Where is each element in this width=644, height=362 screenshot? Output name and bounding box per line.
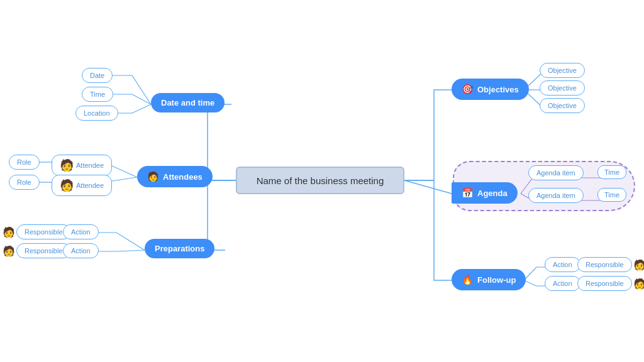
leaf-agenda-time2-label: Time [604, 191, 619, 199]
center-node-label: Name of the business meeting [257, 175, 384, 186]
attendees-icon: 🧑 [147, 171, 159, 182]
leaf-time-label: Time [90, 90, 105, 98]
branch-followup-label: Follow-up [477, 275, 516, 285]
leaf-obj3: Objective [540, 98, 585, 113]
leaf-resp2-wrapper: 🧑 Responsible [3, 243, 71, 258]
leaf-role1: Role [9, 155, 40, 170]
branch-objectives-label: Objectives [477, 85, 519, 94]
leaf-agenda-item1-label: Agenda item [536, 169, 575, 177]
leaf-agenda-item2-label: Agenda item [536, 192, 575, 199]
leaf-action2-label: Action [71, 247, 91, 255]
leaf-agenda-time1: Time [597, 165, 626, 179]
branch-agenda[interactable]: 📅 Agenda [452, 182, 518, 204]
leaf-action1-label: Action [71, 228, 91, 236]
leaf-action2: Action [63, 243, 99, 258]
leaf-fu-resp1: Responsible [577, 257, 632, 272]
leaf-location: Location [75, 106, 118, 121]
leaf-date: Date [82, 68, 113, 83]
leaf-location-label: Location [84, 109, 110, 117]
leaf-fu-resp2: Responsible [577, 276, 632, 291]
leaf-obj2-label: Objective [548, 84, 577, 92]
person1-icon: 🧑 [60, 158, 74, 172]
person6-icon: 🧑 [633, 278, 644, 290]
agenda-icon: 📅 [462, 187, 474, 199]
leaf-role2: Role [9, 175, 40, 190]
leaf-agenda-time1-label: Time [604, 168, 619, 176]
branch-date-time[interactable]: Date and time [151, 93, 225, 112]
leaf-obj2: Objective [540, 80, 585, 96]
leaf-agenda-item1: Agenda item [528, 165, 584, 180]
branch-agenda-label: Agenda [477, 189, 508, 198]
leaf-fu-action2: Action [545, 276, 580, 291]
leaf-attendee2: 🧑 Attendee [52, 175, 112, 196]
leaf-resp1-label: Responsible [25, 228, 63, 236]
branch-date-time-label: Date and time [161, 98, 214, 107]
leaf-fu-action2-label: Action [553, 280, 572, 287]
leaf-time: Time [82, 87, 113, 102]
leaf-role2-label: Role [17, 178, 31, 186]
branch-preparations-label: Preparations [155, 244, 204, 253]
leaf-obj3-label: Objective [548, 102, 577, 109]
leaf-obj1: Objective [540, 63, 585, 78]
leaf-date-label: Date [90, 72, 104, 79]
leaf-attendee1: 🧑 Attendee [52, 155, 112, 176]
objectives-icon: 🎯 [462, 84, 474, 95]
branch-attendees-label: Attendees [163, 172, 203, 182]
branch-attendees[interactable]: 🧑 Attendees [137, 166, 213, 187]
leaf-attendee1-label: Attendee [76, 162, 104, 169]
leaf-fu-resp2-wrapper: Responsible 🧑 [577, 276, 644, 291]
leaf-attendee2-label: Attendee [76, 182, 104, 189]
leaf-fu-resp1-label: Responsible [586, 261, 624, 268]
branch-followup[interactable]: 🔥 Follow-up [452, 269, 526, 290]
branch-preparations[interactable]: Preparations [145, 239, 214, 258]
person2-icon: 🧑 [60, 178, 74, 192]
person4-icon: 🧑 [3, 245, 15, 257]
person3-icon: 🧑 [3, 226, 15, 238]
leaf-fu-action1-label: Action [553, 261, 572, 268]
branch-objectives[interactable]: 🎯 Objectives [452, 79, 529, 100]
leaf-fu-action1: Action [545, 257, 580, 272]
leaf-obj1-label: Objective [548, 67, 577, 74]
leaf-role1-label: Role [17, 158, 31, 166]
center-node: Name of the business meeting [236, 167, 404, 194]
leaf-agenda-time2: Time [597, 188, 626, 202]
leaf-fu-resp2-label: Responsible [586, 280, 624, 287]
leaf-resp2-label: Responsible [25, 247, 63, 255]
followup-icon: 🔥 [462, 274, 474, 285]
leaf-action1: Action [63, 224, 99, 239]
leaf-agenda-item2: Agenda item [528, 188, 584, 203]
person5-icon: 🧑 [633, 259, 644, 271]
leaf-fu-resp1-wrapper: Responsible 🧑 [577, 257, 644, 272]
leaf-resp1-wrapper: 🧑 Responsible [3, 224, 71, 239]
